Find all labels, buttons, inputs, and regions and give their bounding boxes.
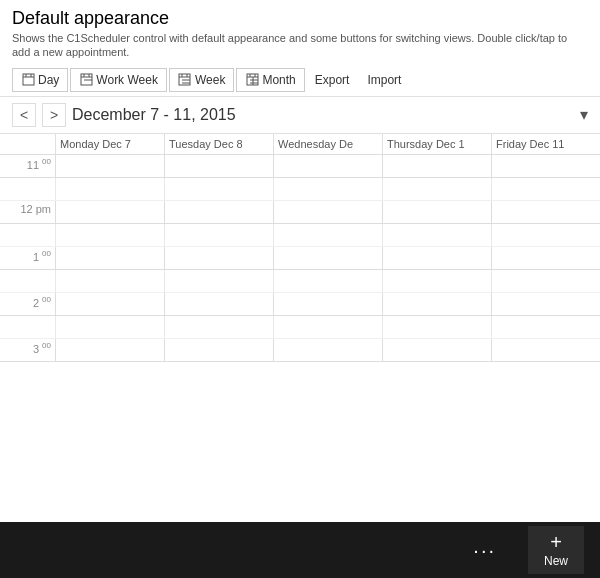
mon-1[interactable] [55, 247, 164, 269]
bottom-bar: ··· + New [0, 522, 600, 578]
tue-11[interactable] [164, 155, 273, 177]
thu-11-30[interactable] [382, 178, 491, 200]
time-row-12: 12 pm [0, 201, 600, 224]
wed-2-30[interactable] [273, 316, 382, 338]
svg-rect-0 [23, 74, 34, 85]
time-label-3: 3 00 [0, 339, 55, 361]
calendar-header: Monday Dec 7 Tuesday Dec 8 Wednesday De … [0, 134, 600, 155]
calendar-container: Monday Dec 7 Tuesday Dec 8 Wednesday De … [0, 134, 600, 362]
mon-3[interactable] [55, 339, 164, 361]
wed-12-30[interactable] [273, 224, 382, 246]
friday-header: Friday Dec 11 [491, 134, 600, 154]
calendar-body: 11 00 12 pm [0, 155, 600, 362]
thu-12[interactable] [382, 201, 491, 223]
more-options-button[interactable]: ··· [465, 535, 504, 566]
time-header-cell [0, 134, 55, 154]
new-label: New [544, 554, 568, 568]
mon-2-30[interactable] [55, 316, 164, 338]
nav-title: December 7 - 11, 2015 [72, 106, 574, 124]
prev-button[interactable]: < [12, 103, 36, 127]
thu-12-30[interactable] [382, 224, 491, 246]
work-week-button-label: Work Week [96, 73, 158, 87]
thu-3[interactable] [382, 339, 491, 361]
app-title: Default appearance [12, 8, 588, 29]
wed-1[interactable] [273, 247, 382, 269]
tue-2-30[interactable] [164, 316, 273, 338]
work-week-icon [79, 73, 93, 87]
nav-dropdown-button[interactable]: ▾ [580, 105, 588, 124]
month-icon [245, 73, 259, 87]
calendar-area: Monday Dec 7 Tuesday Dec 8 Wednesday De … [0, 134, 600, 561]
thu-2-30[interactable] [382, 316, 491, 338]
time-row-2-30 [0, 316, 600, 339]
app-header: Default appearance Shows the C1Scheduler… [0, 0, 600, 64]
nav-bar: < > December 7 - 11, 2015 ▾ [0, 97, 600, 134]
time-label-12: 12 pm [0, 201, 55, 223]
time-row-12-30 [0, 224, 600, 247]
tue-2[interactable] [164, 293, 273, 315]
tue-12-30[interactable] [164, 224, 273, 246]
fri-1[interactable] [491, 247, 600, 269]
fri-2-30[interactable] [491, 316, 600, 338]
mon-11-30[interactable] [55, 178, 164, 200]
time-label-2-30 [0, 316, 55, 338]
fri-11-30[interactable] [491, 178, 600, 200]
time-label-1: 1 00 [0, 247, 55, 269]
wed-11-30[interactable] [273, 178, 382, 200]
tue-12[interactable] [164, 201, 273, 223]
thu-11[interactable] [382, 155, 491, 177]
time-label-12-30 [0, 224, 55, 246]
wed-11[interactable] [273, 155, 382, 177]
fri-12-30[interactable] [491, 224, 600, 246]
fri-2[interactable] [491, 293, 600, 315]
tue-11-30[interactable] [164, 178, 273, 200]
fri-11[interactable] [491, 155, 600, 177]
mon-11[interactable] [55, 155, 164, 177]
day-icon [21, 73, 35, 87]
new-icon: + [550, 532, 562, 552]
tue-1-30[interactable] [164, 270, 273, 292]
time-label-11-30 [0, 178, 55, 200]
work-week-view-button[interactable]: Work Week [70, 68, 167, 92]
tue-3[interactable] [164, 339, 273, 361]
mon-1-30[interactable] [55, 270, 164, 292]
wed-2[interactable] [273, 293, 382, 315]
time-row-3: 3 00 [0, 339, 600, 362]
time-row-1-30 [0, 270, 600, 293]
tue-1[interactable] [164, 247, 273, 269]
thursday-header: Thursday Dec 1 [382, 134, 491, 154]
wed-12[interactable] [273, 201, 382, 223]
import-button[interactable]: Import [359, 69, 409, 91]
wednesday-header: Wednesday De [273, 134, 382, 154]
mon-2[interactable] [55, 293, 164, 315]
week-icon [178, 73, 192, 87]
thu-2[interactable] [382, 293, 491, 315]
week-button-label: Week [195, 73, 225, 87]
thu-1[interactable] [382, 247, 491, 269]
next-button[interactable]: > [42, 103, 66, 127]
mon-12[interactable] [55, 201, 164, 223]
monday-header: Monday Dec 7 [55, 134, 164, 154]
time-label-2: 2 00 [0, 293, 55, 315]
day-button-label: Day [38, 73, 59, 87]
time-row-11-30 [0, 178, 600, 201]
fri-1-30[interactable] [491, 270, 600, 292]
fri-12[interactable] [491, 201, 600, 223]
time-row-2: 2 00 [0, 293, 600, 316]
time-row-1: 1 00 [0, 247, 600, 270]
tuesday-header: Tuesday Dec 8 [164, 134, 273, 154]
app-subtitle: Shows the C1Scheduler control with defau… [12, 31, 588, 60]
month-button-label: Month [262, 73, 295, 87]
week-view-button[interactable]: Week [169, 68, 234, 92]
export-button[interactable]: Export [307, 69, 358, 91]
month-view-button[interactable]: Month [236, 68, 304, 92]
fri-3[interactable] [491, 339, 600, 361]
new-appointment-button[interactable]: + New [528, 526, 584, 574]
toolbar: Day Work Week Week [0, 64, 600, 97]
time-label-11: 11 00 [0, 155, 55, 177]
mon-12-30[interactable] [55, 224, 164, 246]
wed-1-30[interactable] [273, 270, 382, 292]
day-view-button[interactable]: Day [12, 68, 68, 92]
wed-3[interactable] [273, 339, 382, 361]
thu-1-30[interactable] [382, 270, 491, 292]
